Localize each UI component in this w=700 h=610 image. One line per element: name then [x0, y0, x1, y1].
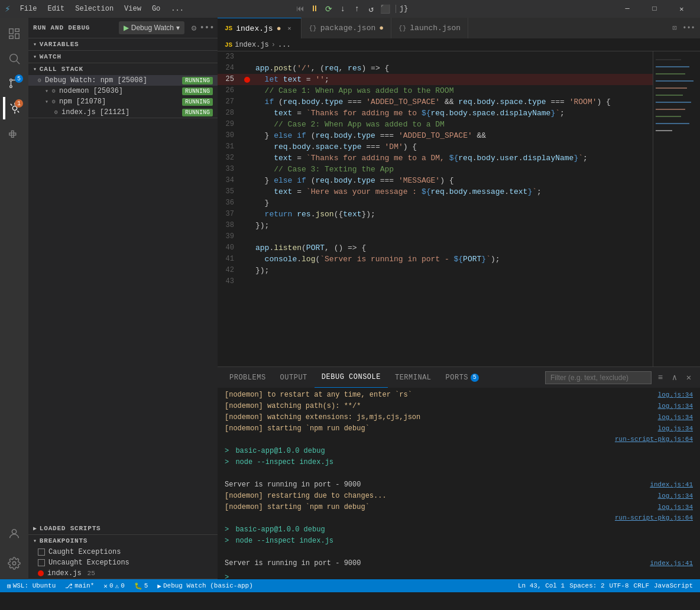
menu-more[interactable]: ... [166, 0, 189, 18]
console-source-3[interactable]: log.js:34 [658, 425, 693, 432]
menu-view[interactable]: View [119, 0, 146, 18]
breakpoints-header[interactable]: ▾ BREAKPOINTS [28, 535, 218, 547]
debug-pause-btn[interactable]: ⏸ [308, 2, 321, 15]
status-cursor[interactable]: Ln 43, Col 1 [516, 579, 567, 592]
status-wsl[interactable]: ⊞ WSL: Ubuntu [5, 579, 58, 592]
console-source-0[interactable]: log.js:34 [658, 391, 693, 398]
debug-more-icon[interactable]: ••• [201, 22, 213, 34]
panel-tab-terminal[interactable]: TERMINAL [388, 367, 439, 388]
console-input[interactable] [231, 573, 693, 579]
activity-source-control[interactable]: 5 [3, 72, 25, 95]
activity-explorer[interactable] [3, 22, 25, 45]
call-stack-chevron: ▾ [33, 66, 37, 73]
console-source-sep1[interactable]: run-script-pkg.js:64 [615, 436, 693, 443]
console-source-1[interactable]: log.js:34 [658, 403, 693, 410]
call-stack-item-3[interactable]: ⚙ index.js [21121] RUNNING [28, 107, 218, 118]
bp-item-uncaught[interactable]: Uncaught Exceptions [28, 557, 218, 568]
debug-stepover-btn[interactable]: ↓ [336, 2, 349, 15]
status-encoding[interactable]: UTF-8 [607, 579, 631, 592]
status-spaces-text: Spaces: 2 [569, 582, 604, 589]
svg-line-5 [17, 61, 20, 64]
debug-stepup-btn[interactable]: ↑ [351, 2, 364, 15]
bp-caught-checkbox[interactable] [38, 549, 45, 556]
call-stack-item-label-2: npm [21078] [59, 98, 106, 106]
status-language-text: JavaScript [654, 582, 693, 589]
panel-tab-ports[interactable]: PORTS 5 [439, 367, 487, 388]
code-line-37: 37 return res.json({text}); [218, 209, 653, 220]
code-line-38: 38 }); [218, 220, 653, 231]
main-layout: 5 1 RUN AND DEBUG ▶ Debug Watch ▾ ⚙ [0, 18, 700, 579]
console-source-2[interactable]: log.js:34 [658, 414, 693, 421]
activity-search[interactable] [3, 47, 25, 70]
code-line-41: 41 console.log(`Server is running in por… [218, 254, 653, 265]
window-maximize-btn[interactable]: □ [641, 0, 668, 18]
debug-watch-button[interactable]: ▶ Debug Watch ▾ [119, 21, 184, 34]
more-tabs-btn[interactable]: ••• [682, 22, 695, 35]
bp-item-indexjs[interactable]: index.js 25 [28, 568, 218, 579]
status-error-icon: ✕ [103, 582, 108, 590]
panel-close-btn[interactable]: ✕ [682, 371, 695, 384]
status-debug-watch-icon: ▶ [157, 582, 161, 590]
menu-edit[interactable]: Edit [43, 0, 69, 18]
menu-file[interactable]: File [15, 0, 42, 18]
tab-packagejson[interactable]: {} package.json ● [302, 18, 391, 38]
activity-accounts[interactable] [3, 523, 25, 545]
console-source-7[interactable]: log.js:34 [658, 492, 693, 499]
loaded-scripts-header[interactable]: ▶ LOADED SCRIPTS [28, 523, 218, 534]
console-line-8: [nodemon] starting `npm run debug` log.j… [218, 502, 700, 514]
variables-label: VARIABLES [40, 41, 79, 48]
console-line-9: > basic-app@1.0.0 debug [218, 525, 700, 536]
svg-point-20 [12, 562, 16, 565]
bp-indexjs-dot [38, 570, 44, 576]
call-stack-header[interactable]: ▾ CALL STACK [28, 63, 218, 75]
debug-restart-btn[interactable]: ⟳ [322, 2, 335, 15]
tab-launchjson[interactable]: {} launch.json [391, 18, 468, 38]
status-debug-label[interactable]: ▶ Debug Watch (basic-app) [155, 579, 255, 592]
panel-area: PROBLEMS OUTPUT DEBUG CONSOLE TERMINAL P… [218, 366, 700, 579]
tab-indexjs[interactable]: JS index.js ● ✕ [218, 18, 302, 38]
panel-collapse-btn[interactable]: ∧ [668, 371, 681, 384]
bp-uncaught-checkbox[interactable] [38, 559, 45, 566]
debug-settings-icon[interactable]: ⚙ [188, 22, 200, 34]
activity-debug[interactable]: 1 [3, 97, 25, 119]
split-editor-btn[interactable]: ⊡ [668, 22, 681, 35]
debug-stop-btn[interactable]: ⬛ [379, 2, 392, 15]
bp-caught-label: Caught Exceptions [48, 548, 121, 556]
watch-header[interactable]: ▾ WATCH [28, 51, 218, 63]
panel-tab-debug-console[interactable]: DEBUG CONSOLE [315, 367, 388, 388]
call-stack-item-1[interactable]: ▾ ⚙ nodemon [25036] RUNNING [28, 86, 218, 96]
menu-selection[interactable]: Selection [70, 0, 118, 18]
variables-header[interactable]: ▾ VARIABLES [28, 38, 218, 50]
console-source-sep3[interactable]: run-script-pkg.js:64 [615, 514, 693, 521]
breadcrumb-more: ... [278, 41, 291, 49]
code-line-24: 24 app.post('/', (req, res) => { [218, 63, 653, 74]
status-branch[interactable]: ⎇ main* [63, 579, 96, 592]
status-language[interactable]: JavaScript [652, 579, 695, 592]
debug-back-btn[interactable]: ⏮ [294, 2, 307, 15]
status-line-ending[interactable]: CRLF [631, 579, 652, 592]
panel-filter-input[interactable] [545, 371, 652, 384]
call-stack-item-0[interactable]: ⚙ Debug Watch: npm [25008] RUNNING [28, 75, 218, 86]
panel-wrap-btn[interactable]: ≡ [654, 371, 667, 384]
window-close-btn[interactable]: ✕ [668, 0, 695, 18]
panel-tab-output[interactable]: OUTPUT [273, 367, 315, 388]
tab-indexjs-close[interactable]: ✕ [284, 24, 294, 33]
console-source-11[interactable]: index.js:41 [650, 560, 693, 567]
debug-stepback-btn[interactable]: ↺ [365, 2, 378, 15]
bp-item-caught[interactable]: Caught Exceptions [28, 547, 218, 557]
status-errors[interactable]: ✕ 0 ⚠ 0 [101, 579, 127, 592]
console-source-8[interactable]: log.js:34 [658, 504, 693, 511]
status-spaces[interactable]: Spaces: 2 [567, 579, 607, 592]
activity-extensions[interactable] [3, 122, 25, 144]
panel-tab-problems[interactable]: PROBLEMS [222, 367, 273, 388]
status-debug[interactable]: 🐛 5 [132, 579, 151, 592]
titlebar: ⚡ File Edit Selection View Go ... ⏮ ⏸ ⟳ … [0, 0, 700, 18]
menu-go[interactable]: Go [147, 0, 165, 18]
console-source-6[interactable]: index.js:41 [650, 481, 693, 488]
breakpoints-chevron: ▾ [33, 537, 37, 544]
console-line-sep2 [218, 469, 700, 480]
status-debug-count: 5 [144, 582, 148, 589]
call-stack-item-2[interactable]: ▾ ⚙ npm [21078] RUNNING [28, 96, 218, 107]
activity-settings[interactable] [3, 552, 25, 575]
window-minimize-btn[interactable]: ― [614, 0, 641, 18]
